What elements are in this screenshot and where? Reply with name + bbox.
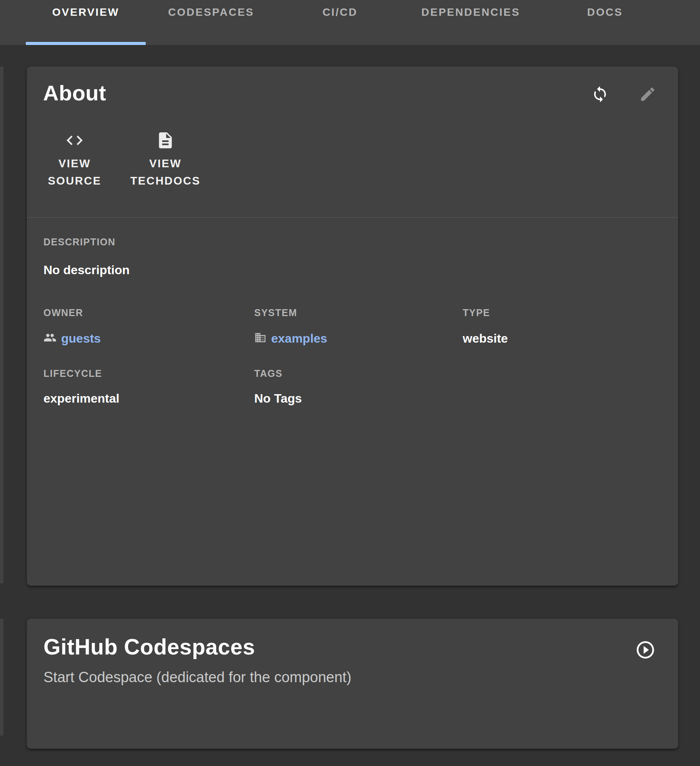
- lifecycle-label: LIFECYCLE: [43, 368, 254, 379]
- tab-dependencies[interactable]: DEPENDENCIES: [403, 0, 538, 25]
- tags-value: No Tags: [254, 391, 463, 406]
- about-card-title: About: [43, 81, 106, 105]
- view-techdocs-label: VIEWTECHDOCS: [130, 155, 201, 190]
- owner-field: OWNER guests: [43, 307, 254, 346]
- tags-label: TAGS: [254, 368, 463, 379]
- lifecycle-value: experimental: [43, 391, 254, 406]
- view-source-label: VIEWSOURCE: [48, 155, 101, 190]
- tab-ci-cd[interactable]: CI/CD: [277, 0, 403, 25]
- refresh-button[interactable]: [591, 86, 609, 103]
- refresh-icon: [591, 85, 609, 104]
- lifecycle-field: LIFECYCLE experimental: [43, 368, 254, 406]
- tab-overview[interactable]: OVERVIEW: [26, 0, 146, 25]
- about-card: About VIEWSOURCE VIEWTEC: [27, 67, 678, 586]
- group-icon: [43, 331, 57, 346]
- about-card-links: VIEWSOURCE VIEWTECHDOCS: [27, 128, 678, 192]
- tab-row: OVERVIEW CODESPACES CI/CD DEPENDENCIES D…: [26, 0, 672, 25]
- github-codespaces-card: GitHub Codespaces Start Codespace (dedic…: [27, 619, 678, 749]
- adjacent-card-edge: [0, 67, 3, 583]
- active-tab-indicator: [26, 42, 146, 45]
- system-label: SYSTEM: [254, 307, 463, 318]
- owner-label: OWNER: [43, 307, 254, 318]
- tab-codespaces[interactable]: CODESPACES: [146, 0, 277, 25]
- start-codespace-button[interactable]: [635, 639, 656, 660]
- edit-icon: [639, 85, 657, 104]
- type-field: TYPE website: [463, 307, 662, 346]
- code-icon: [65, 131, 84, 151]
- about-card-actions: [591, 86, 657, 103]
- type-label: TYPE: [463, 307, 662, 318]
- tags-field: TAGS No Tags: [254, 368, 463, 406]
- about-card-content: DESCRIPTION No description OWNER guests …: [27, 218, 678, 406]
- codespaces-card-title: GitHub Codespaces: [43, 634, 655, 660]
- domain-icon: [254, 331, 267, 345]
- view-source-button[interactable]: VIEWSOURCE: [36, 128, 113, 192]
- owner-link[interactable]: guests: [61, 331, 101, 346]
- edit-button[interactable]: [639, 86, 657, 103]
- system-field: SYSTEM examples: [254, 307, 463, 346]
- codespaces-card-subtitle: Start Codespace (dedicated for the compo…: [43, 669, 655, 686]
- owner-system-type-row: OWNER guests SYSTEM examples T: [43, 307, 662, 346]
- lifecycle-tags-row: LIFECYCLE experimental TAGS No Tags: [43, 368, 662, 406]
- entity-tab-bar: OVERVIEW CODESPACES CI/CD DEPENDENCIES D…: [0, 0, 700, 45]
- codespaces-card-header: GitHub Codespaces Start Codespace (dedic…: [27, 619, 678, 686]
- system-link[interactable]: examples: [271, 331, 327, 346]
- description-value: No description: [43, 262, 662, 278]
- play-circle-icon: [635, 656, 656, 661]
- adjacent-card-edge: [0, 619, 3, 736]
- tab-docs[interactable]: DOCS: [538, 0, 672, 25]
- view-techdocs-button[interactable]: VIEWTECHDOCS: [127, 128, 204, 192]
- description-label: DESCRIPTION: [43, 236, 662, 248]
- type-value: website: [463, 331, 662, 346]
- about-card-header: About: [27, 67, 678, 105]
- docs-icon: [156, 131, 175, 151]
